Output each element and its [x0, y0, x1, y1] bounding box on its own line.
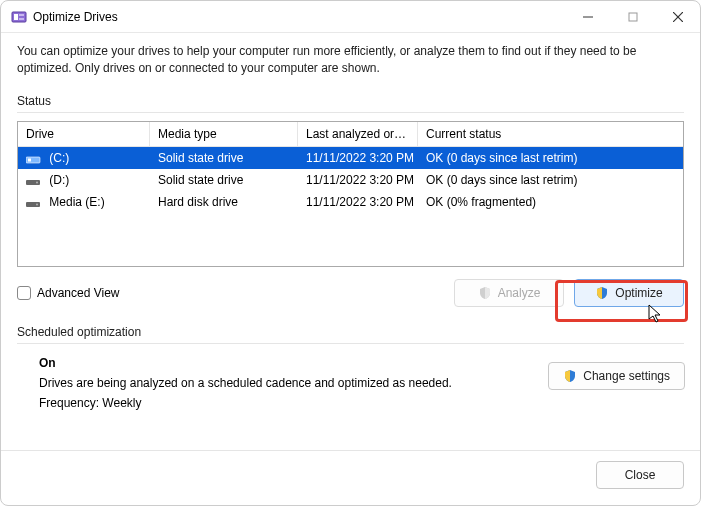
- table-row[interactable]: (C:) Solid state drive 11/11/2022 3:20 P…: [18, 147, 683, 169]
- drive-list: Drive Media type Last analyzed or o... C…: [17, 121, 684, 267]
- scheduled-heading: Scheduled optimization: [17, 325, 684, 339]
- change-settings-button[interactable]: Change settings: [548, 362, 685, 390]
- drive-name: Media (E:): [49, 195, 104, 209]
- table-row[interactable]: (D:) Solid state drive 11/11/2022 3:20 P…: [18, 169, 683, 191]
- titlebar: Optimize Drives: [1, 1, 700, 33]
- svg-rect-10: [26, 180, 40, 185]
- analyze-label: Analyze: [498, 286, 541, 300]
- analyze-button[interactable]: Analyze: [454, 279, 564, 307]
- optimize-button[interactable]: Optimize: [574, 279, 684, 307]
- svg-rect-1: [14, 14, 18, 20]
- status-label: Status: [17, 94, 684, 108]
- svg-rect-3: [19, 18, 24, 20]
- maximize-button[interactable]: [610, 1, 655, 33]
- drive-media: Solid state drive: [150, 171, 298, 189]
- window-title: Optimize Drives: [33, 10, 118, 24]
- drive-name: (D:): [49, 173, 69, 187]
- change-settings-label: Change settings: [583, 369, 670, 383]
- drive-last: 11/11/2022 3:20 PM: [298, 149, 418, 167]
- svg-point-13: [36, 203, 38, 205]
- drive-last: 11/11/2022 3:20 PM: [298, 193, 418, 211]
- drive-status: OK (0% fragmented): [418, 193, 683, 211]
- col-header-status[interactable]: Current status: [418, 122, 683, 146]
- checkbox-icon: [17, 286, 31, 300]
- shield-icon: [478, 286, 492, 300]
- svg-point-11: [36, 181, 38, 183]
- drive-status: OK (0 days since last retrim): [418, 171, 683, 189]
- drive-status: OK (0 days since last retrim): [418, 149, 683, 167]
- advanced-view-label: Advanced View: [37, 286, 120, 300]
- drive-media: Solid state drive: [150, 149, 298, 167]
- drive-list-header: Drive Media type Last analyzed or o... C…: [18, 122, 683, 147]
- advanced-view-checkbox[interactable]: Advanced View: [17, 286, 120, 300]
- hdd-icon: [26, 176, 42, 186]
- close-label: Close: [625, 468, 656, 482]
- action-bar: Advanced View Analyze Optimize: [17, 279, 684, 307]
- footer: Close: [1, 461, 700, 501]
- table-row[interactable]: Media (E:) Hard disk drive 11/11/2022 3:…: [18, 191, 683, 213]
- svg-rect-2: [19, 14, 24, 16]
- intro-text: You can optimize your drives to help you…: [17, 43, 684, 78]
- drive-media: Hard disk drive: [150, 193, 298, 211]
- svg-rect-5: [629, 13, 637, 21]
- shield-icon: [563, 369, 577, 383]
- drive-name: (C:): [49, 151, 69, 165]
- scheduled-rule: [17, 343, 684, 344]
- drive-last: 11/11/2022 3:20 PM: [298, 171, 418, 189]
- svg-rect-12: [26, 202, 40, 207]
- close-window-button[interactable]: [655, 1, 700, 33]
- app-icon: [11, 9, 27, 25]
- footer-rule: [1, 450, 700, 451]
- close-button[interactable]: Close: [596, 461, 684, 489]
- minimize-button[interactable]: [565, 1, 610, 33]
- col-header-media[interactable]: Media type: [150, 122, 298, 146]
- svg-rect-9: [28, 158, 31, 161]
- shield-icon: [595, 286, 609, 300]
- ssd-icon: [26, 154, 42, 164]
- status-rule: [17, 112, 684, 113]
- hdd-icon: [26, 198, 42, 208]
- col-header-drive[interactable]: Drive: [18, 122, 150, 146]
- optimize-label: Optimize: [615, 286, 662, 300]
- scheduled-frequency: Frequency: Weekly: [39, 396, 684, 410]
- col-header-last[interactable]: Last analyzed or o...: [298, 122, 418, 146]
